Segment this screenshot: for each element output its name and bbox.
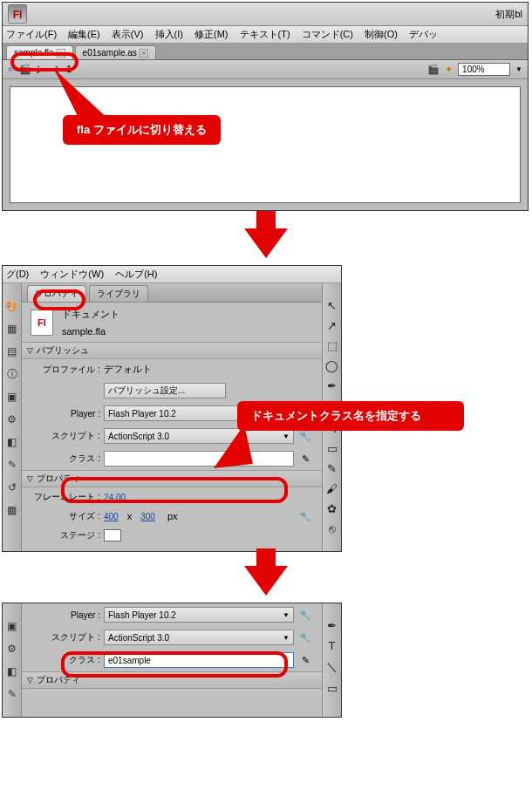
swatches-icon[interactable]: ◧ [5, 435, 19, 449]
subselection-tool-icon[interactable]: ↗ [327, 319, 337, 332]
flow-arrow-icon [244, 228, 288, 258]
stage-label: ステージ : [31, 529, 100, 541]
info-icon[interactable]: ⓘ [5, 367, 19, 381]
wrench-icon[interactable]: 🔧 [297, 610, 313, 621]
zoom-dropdown-icon[interactable]: ▼ [515, 65, 522, 73]
tab-label: e01sample.as [83, 48, 137, 58]
line-tool-icon[interactable]: ＼ [326, 659, 338, 675]
document-tabs: sample.fla × e01sample.as × [3, 44, 528, 60]
document-icon: Fl [31, 310, 53, 336]
transform-icon[interactable]: ▣ [5, 390, 19, 404]
history-icon[interactable]: ↺ [5, 480, 19, 494]
library-icon[interactable]: ▤ [5, 344, 19, 358]
rectangle-tool-icon[interactable]: ▭ [327, 442, 338, 455]
profile-label: プロファイル : [31, 364, 100, 376]
class-input[interactable] [104, 451, 294, 467]
left-toolbar: 🎨 ▦ ▤ ⓘ ▣ ⚙ ◧ ✎ ↺ ▦ [3, 283, 22, 551]
menu-view[interactable]: 表示(V) [112, 29, 144, 39]
highlight-ring-class-input [61, 477, 288, 503]
menu-bar: ファイル(F) 編集(E) 表示(V) 挿入(I) 修正(M) テキスト(T) … [3, 26, 528, 44]
menu-modify[interactable]: 修正(M) [194, 29, 228, 39]
stage-color-swatch[interactable] [104, 529, 121, 541]
menu-edit[interactable]: 編集(E) [68, 29, 100, 39]
palette-icon[interactable]: 🎨 [5, 299, 19, 313]
pen-tool-icon[interactable]: ✒ [327, 379, 337, 392]
wrench-icon[interactable]: 🔧 [297, 431, 313, 442]
flow-arrow-icon [244, 566, 288, 596]
size-label: サイズ : [31, 510, 100, 522]
menu-file[interactable]: ファイル(F) [6, 29, 57, 39]
right-toolbar: ✒ T ＼ ▭ [322, 603, 341, 717]
tab-e01sample-as[interactable]: e01sample.as × [75, 45, 156, 59]
rectangle-tool-icon[interactable]: ▭ [327, 682, 338, 695]
menu-control[interactable]: 制御(O) [365, 29, 398, 39]
highlight-ring-properties-tab [33, 289, 85, 310]
svg-marker-0 [54, 69, 111, 121]
wrench-icon[interactable]: 🔧 [297, 632, 313, 644]
player-label: Player : [31, 610, 100, 620]
components-icon[interactable]: ⚙ [5, 642, 19, 656]
bone-tool-icon[interactable]: ⎋ [329, 522, 336, 535]
height-value[interactable]: 300 [140, 512, 155, 521]
menu-text[interactable]: テキスト(T) [240, 29, 290, 39]
pencil-icon[interactable]: ✎ [297, 655, 313, 666]
menu-debug2[interactable]: グ(D) [6, 269, 29, 279]
class-label: クラス : [31, 453, 100, 465]
highlight-ring-class-filled [61, 651, 288, 678]
brush-tool-icon[interactable]: 🖌 [326, 482, 338, 495]
swatches-icon[interactable]: ◧ [5, 664, 19, 678]
callout-switch-fla: fla ファイルに切り替える [63, 115, 221, 145]
script-dropdown[interactable]: ActionScript 3.0▼ [104, 630, 294, 645]
flash-logo: Fl [8, 4, 27, 24]
brush-icon[interactable]: ✎ [5, 458, 19, 472]
callout-text: fla ファイルに切り替える [77, 123, 207, 136]
wrench-icon[interactable]: 🔧 [297, 511, 313, 522]
pen-tool-icon[interactable]: ✒ [327, 619, 337, 632]
left-toolbar: ▣ ⚙ ◧ ✎ [3, 603, 22, 717]
selection-tool-icon[interactable]: ↖ [327, 299, 337, 312]
menu-bar-2: グ(D) ウィンドウ(W) ヘルプ(H) [3, 266, 341, 283]
profile-value: デフォルト [104, 363, 313, 376]
document-name: sample.fla [62, 326, 119, 337]
titlebar-right-text: 初期bl [495, 8, 522, 21]
edit-scene-icon[interactable]: 🎬 [427, 64, 440, 75]
publish-settings-button[interactable]: パブリッシュ設定... [104, 383, 226, 398]
pencil-icon[interactable]: ✎ [297, 453, 313, 465]
pencil-tool-icon[interactable]: ✎ [327, 462, 337, 475]
zoom-input[interactable]: 100% [458, 63, 510, 76]
menu-window[interactable]: ウィンドウ(W) [40, 269, 104, 279]
menu-insert[interactable]: 挿入(I) [155, 29, 183, 39]
width-value[interactable]: 400 [104, 512, 119, 521]
lasso-tool-icon[interactable]: ◯ [325, 359, 338, 372]
edit-symbol-icon[interactable]: ✦ [445, 64, 453, 75]
close-icon[interactable]: × [140, 49, 148, 58]
callout-text: ドキュメントクラス名を指定する [251, 409, 421, 422]
menu-commands[interactable]: コマンド(C) [302, 29, 353, 39]
text-tool-icon[interactable]: T [329, 639, 336, 652]
deco-tool-icon[interactable]: ✿ [327, 502, 337, 515]
player-dropdown[interactable]: Flash Player 10.2▼ [104, 607, 294, 623]
align-icon[interactable]: ▦ [5, 322, 19, 336]
menu-debug[interactable]: デバッ [409, 29, 438, 39]
transform-icon[interactable]: ▣ [5, 619, 19, 633]
script-label: スクリプト : [31, 430, 100, 442]
menu-help[interactable]: ヘルプ(H) [115, 269, 157, 279]
free-transform-icon[interactable]: ⬚ [327, 339, 338, 352]
brush-icon[interactable]: ✎ [5, 687, 19, 701]
svg-marker-1 [214, 425, 253, 468]
components-icon[interactable]: ⚙ [5, 412, 19, 426]
section-publish[interactable]: ▽パブリッシュ [22, 342, 322, 359]
callout-document-class: ドキュメントクラス名を指定する [237, 401, 464, 431]
script-label: スクリプト : [31, 631, 100, 644]
tab-library[interactable]: ライブラリ [89, 285, 148, 302]
player-label: Player : [31, 409, 100, 419]
sample-icon[interactable]: ▦ [5, 503, 19, 517]
